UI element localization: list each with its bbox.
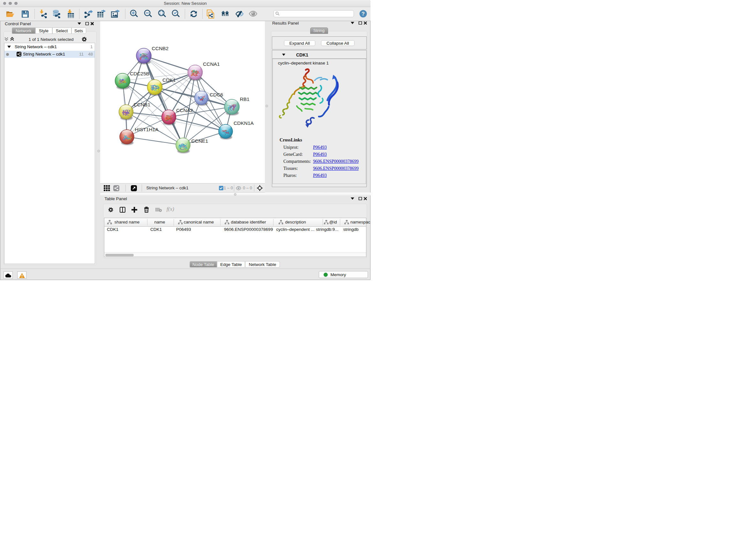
svg-text:CCNB2: CCNB2 <box>152 46 169 51</box>
svg-text:CCNA1: CCNA1 <box>203 61 220 67</box>
svg-text:HIST1H1A: HIST1H1A <box>135 126 159 132</box>
svg-text:RB1: RB1 <box>240 97 250 102</box>
svg-text:CCNB1: CCNB1 <box>134 102 151 107</box>
svg-text:CDKN1A: CDKN1A <box>233 120 254 126</box>
svg-text:CDC6: CDC6 <box>210 92 223 98</box>
svg-text:CDK1: CDK1 <box>162 77 176 83</box>
svg-text:CCNE1: CCNE1 <box>192 138 208 143</box>
svg-text:CCNA2: CCNA2 <box>176 107 193 113</box>
svg-text:CDC25B: CDC25B <box>130 71 149 76</box>
